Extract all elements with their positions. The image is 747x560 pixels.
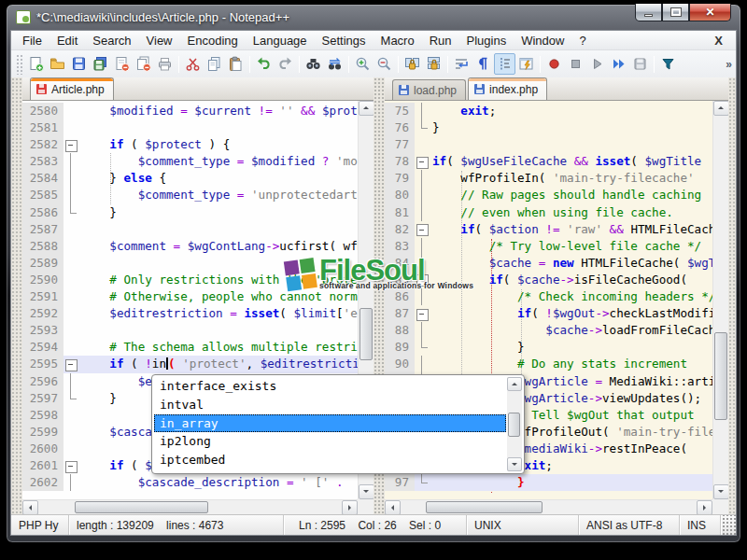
autocomplete-item-selected[interactable]: in_array: [154, 414, 506, 433]
scroll-left-button[interactable]: [385, 500, 401, 514]
menu-encoding[interactable]: Encoding: [180, 32, 246, 49]
code-line[interactable]: 2588 $comment = $wgContLang->ucfirst( wf…: [22, 238, 358, 255]
toolbar-gripper[interactable]: [16, 54, 22, 75]
minimize-button[interactable]: [635, 4, 662, 21]
code-line[interactable]: 89 }: [385, 339, 712, 356]
menu-edit[interactable]: Edit: [49, 32, 85, 49]
sync-vertical-scroll-icon[interactable]: [402, 53, 423, 75]
scroll-right-button[interactable]: [342, 500, 358, 514]
horizontal-scrollbar-right[interactable]: [385, 499, 728, 514]
fold-collapse-icon[interactable]: [415, 221, 430, 238]
menu-language[interactable]: Language: [246, 32, 315, 49]
zoom-in-icon[interactable]: [352, 53, 374, 75]
menu-plugins[interactable]: Plugins: [459, 32, 514, 49]
close-file-icon[interactable]: [111, 53, 133, 75]
menu-run[interactable]: Run: [422, 32, 459, 49]
show-all-characters-icon[interactable]: [472, 53, 494, 75]
tab-load-php[interactable]: load.php: [392, 79, 466, 100]
code-line[interactable]: 87 if( !$wgOut->checkLastModified(: [385, 305, 712, 322]
copy-icon[interactable]: [204, 53, 225, 75]
replace-icon[interactable]: [324, 53, 345, 75]
autocomplete-item[interactable]: iptcembed: [154, 451, 506, 469]
resize-grip[interactable]: [721, 515, 736, 535]
code-line[interactable]: 2583 $comment_type = $modified ? 'modifi…: [22, 153, 358, 170]
indent-guide-icon[interactable]: [494, 53, 515, 75]
scroll-down-button[interactable]: [359, 484, 374, 499]
new-file-icon[interactable]: [25, 53, 47, 75]
code-line[interactable]: 2587: [22, 221, 358, 238]
word-wrap-icon[interactable]: [451, 53, 472, 75]
sync-horizontal-scroll-icon[interactable]: [423, 53, 444, 75]
code-line[interactable]: 2592 $editrestriction = isset( $limit['e…: [22, 305, 358, 322]
status-encoding[interactable]: ANSI as UTF-8: [579, 515, 680, 535]
menu-macro[interactable]: Macro: [374, 32, 422, 49]
tab-article-php[interactable]: Article.php: [30, 77, 114, 100]
close-all-icon[interactable]: [133, 53, 154, 75]
code-line[interactable]: 80 // Raw pages should handle caching: [385, 187, 712, 203]
undo-icon[interactable]: [253, 53, 275, 75]
code-line[interactable]: 76}: [385, 119, 712, 136]
code-line[interactable]: 2591 # Otherwise, people who cannot norm…: [22, 288, 358, 305]
scroll-down-button[interactable]: [713, 484, 728, 499]
fold-collapse-icon[interactable]: [415, 153, 430, 170]
scroll-right-button[interactable]: [697, 500, 712, 514]
save-all-icon[interactable]: [90, 53, 111, 75]
code-line[interactable]: 2580 $modified = $current != '' && $prot…: [22, 103, 358, 119]
autocomplete-item[interactable]: intval: [154, 396, 506, 414]
toolbar-overflow-chevron[interactable]: »: [726, 58, 736, 71]
vertical-scrollbar-right[interactable]: [712, 101, 728, 499]
print-icon[interactable]: [154, 53, 176, 75]
popup-scrollbar[interactable]: [507, 377, 522, 471]
code-line[interactable]: 81 // even when using file cache.: [385, 204, 712, 221]
autocomplete-item[interactable]: ip2long: [154, 432, 506, 451]
code-line[interactable]: 90 # Do any stats increment: [385, 356, 712, 372]
tab-index-php[interactable]: index.php: [468, 77, 547, 100]
scroll-thumb[interactable]: [426, 501, 543, 513]
code-line[interactable]: 2584 } else {: [22, 170, 358, 187]
paste-icon[interactable]: [225, 53, 247, 75]
start-recording-icon[interactable]: [543, 53, 565, 75]
menu-settings[interactable]: Settings: [315, 32, 374, 49]
playback-icon[interactable]: [586, 53, 608, 75]
zoom-out-icon[interactable]: [374, 53, 395, 75]
document-map-icon[interactable]: [515, 53, 537, 75]
scroll-down-button[interactable]: [507, 457, 522, 471]
close-document-x[interactable]: X: [705, 34, 732, 48]
code-line[interactable]: 2582 if ( $protect ) {: [22, 136, 358, 153]
menu-window[interactable]: Window: [514, 32, 571, 49]
fold-collapse-icon[interactable]: [415, 305, 430, 322]
status-eol-format[interactable]: UNIX: [467, 515, 579, 535]
scroll-thumb[interactable]: [508, 413, 520, 437]
autocomplete-item[interactable]: interface_exists: [154, 377, 506, 396]
code-line[interactable]: 2590 # Only restrictions with the 'prote…: [22, 272, 358, 288]
code-line[interactable]: 78if( $wgUseFileCache && isset( $wgTitle: [385, 153, 712, 170]
textfx-icon[interactable]: [657, 53, 679, 75]
code-line[interactable]: 2594 # The schema allows multiple restri…: [22, 339, 358, 356]
scroll-thumb[interactable]: [714, 332, 727, 420]
code-line[interactable]: 2593: [22, 322, 358, 339]
save-macro-icon[interactable]: [629, 53, 651, 75]
code-line[interactable]: 2585 $comment_type = 'unprotectedarticle…: [22, 187, 358, 203]
code-line[interactable]: 88 $cache->loadFromFileCache();: [385, 322, 712, 339]
scroll-up-button[interactable]: [713, 101, 728, 116]
code-line[interactable]: 85 if( $cache->isFileCacheGood(: [385, 272, 712, 288]
save-icon[interactable]: [68, 53, 90, 75]
code-line[interactable]: 77: [385, 136, 712, 153]
scroll-left-button[interactable]: [22, 500, 38, 514]
menu-file[interactable]: File: [15, 32, 49, 49]
scroll-thumb[interactable]: [75, 501, 208, 513]
menu-search[interactable]: Search: [85, 32, 138, 49]
code-line[interactable]: 82 if( $action != 'raw' && HTMLFileCache: [385, 221, 712, 238]
open-file-icon[interactable]: [47, 53, 68, 75]
title-bar[interactable]: *C:\mediawiki\includes\Article.php - Not…: [7, 5, 740, 30]
menu-help[interactable]: ?: [571, 32, 593, 49]
code-line[interactable]: 97 }: [385, 474, 712, 491]
horizontal-scrollbar-left[interactable]: [22, 499, 374, 514]
code-line[interactable]: 2581: [22, 119, 358, 136]
status-typing-mode[interactable]: INS: [680, 515, 721, 535]
fold-collapse-icon[interactable]: [415, 272, 430, 288]
code-line[interactable]: 2589: [22, 255, 358, 272]
code-line[interactable]: 75 exit;: [385, 103, 712, 119]
stop-recording-icon[interactable]: [565, 53, 586, 75]
find-icon[interactable]: [303, 53, 324, 75]
